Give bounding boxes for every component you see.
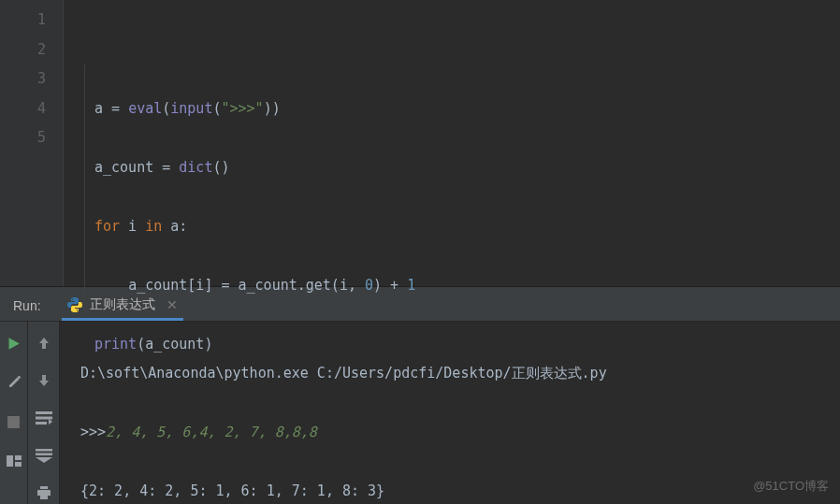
line-number: 4 xyxy=(0,94,46,124)
svg-rect-8 xyxy=(36,453,52,455)
gutter: 1 2 3 4 5 xyxy=(0,0,64,286)
line-number: 3 xyxy=(0,65,46,94)
run-label: Run: xyxy=(13,298,41,321)
svg-rect-1 xyxy=(7,455,13,467)
watermark: @51CTO博客 xyxy=(753,478,829,495)
code-editor[interactable]: 1 2 3 4 5 a = eval(input(">>>")) a_count… xyxy=(0,0,840,287)
code-line[interactable]: for i in a: xyxy=(94,212,840,242)
run-secondary-toolbar xyxy=(28,322,60,504)
svg-rect-3 xyxy=(15,462,22,467)
line-number: 1 xyxy=(0,6,46,36)
rerun-button[interactable] xyxy=(4,333,24,353)
code-line[interactable]: a_count = dict() xyxy=(94,153,840,183)
scroll-to-end-button[interactable] xyxy=(34,445,54,466)
code-line[interactable]: a = eval(input(">>>")) xyxy=(94,94,840,124)
down-button[interactable] xyxy=(34,370,54,391)
soft-wrap-button[interactable] xyxy=(34,408,54,428)
code-area[interactable]: a = eval(input(">>>")) a_count = dict() … xyxy=(64,0,840,286)
layout-button[interactable] xyxy=(4,451,24,471)
code-line[interactable]: print(a_count) xyxy=(94,330,840,360)
print-button[interactable] xyxy=(34,482,54,503)
svg-rect-6 xyxy=(36,422,47,425)
console-line: {2: 2, 4: 2, 5: 1, 6: 1, 7: 1, 8: 3} xyxy=(80,477,840,505)
svg-rect-4 xyxy=(36,411,52,414)
line-number: 2 xyxy=(0,36,46,65)
svg-rect-7 xyxy=(36,449,52,452)
code-line[interactable]: a_count[i] = a_count.get(i, 0) + 1 xyxy=(94,271,840,301)
python-file-icon xyxy=(67,297,82,312)
line-number: 5 xyxy=(0,123,46,153)
stop-button[interactable] xyxy=(4,411,24,432)
run-left-toolbar xyxy=(0,322,28,504)
up-button[interactable] xyxy=(34,333,54,353)
console-line: >>>2, 4, 5, 6,4, 2, 7, 8,8,8 xyxy=(80,418,840,448)
edit-config-button[interactable] xyxy=(4,372,24,393)
svg-rect-0 xyxy=(7,416,20,428)
svg-rect-2 xyxy=(15,455,22,460)
svg-rect-5 xyxy=(36,417,52,420)
